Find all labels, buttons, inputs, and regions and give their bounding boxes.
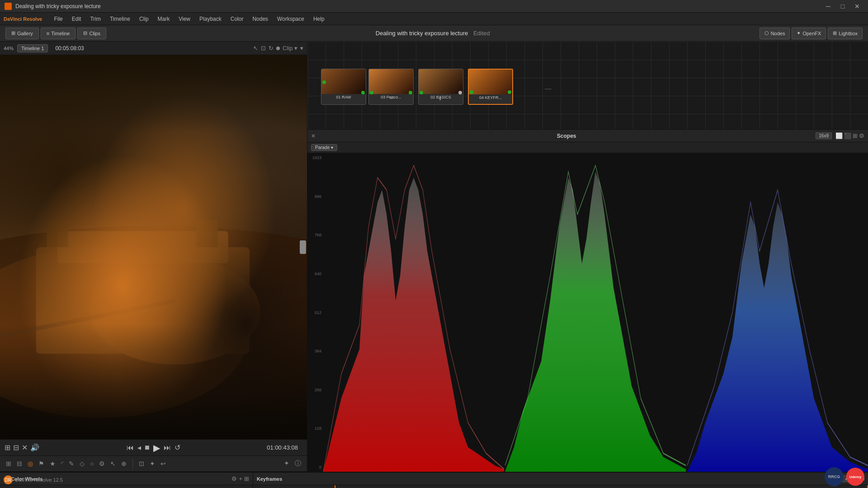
- timeline-name[interactable]: Timeline 1: [17, 44, 48, 52]
- maximize-button[interactable]: □: [836, 0, 849, 13]
- toolbar: ⊞ Gallery ≡ Timeline ⊟ Clips Dealing wit…: [0, 25, 868, 42]
- playback-mode-icon[interactable]: ⊞: [5, 443, 10, 452]
- preview-svg: [0, 55, 307, 439]
- ct-grid-icon[interactable]: ⊟: [15, 459, 24, 469]
- scope-canvas-area: [323, 153, 868, 472]
- viewer-tool-crop[interactable]: ⊡: [261, 45, 266, 52]
- scopes-sub-header: Parade ▾: [307, 142, 868, 153]
- scope-view-quad[interactable]: ⊞: [853, 132, 858, 139]
- viewer-tool-select[interactable]: ↖: [253, 45, 258, 52]
- scope-y-0: 0: [309, 465, 321, 469]
- ct-zoom-icon[interactable]: ⊕: [120, 459, 128, 469]
- ct-viewer-icon[interactable]: ⊞: [5, 459, 13, 469]
- clips-button[interactable]: ⊟ Clips: [77, 28, 106, 39]
- video-preview[interactable]: [0, 55, 307, 439]
- scopes-close-button[interactable]: ✕: [311, 133, 316, 139]
- kf-time-labels: 00:02:10:00 00:00:00:00 00:00:27:16 00:0…: [335, 485, 868, 488]
- kf-playhead: [335, 485, 335, 488]
- node-raw[interactable]: 01 RAW: [321, 69, 366, 105]
- scope-settings-icon[interactable]: ⚙: [859, 132, 864, 139]
- svg-rect-14: [0, 55, 307, 439]
- svg-rect-7: [47, 221, 68, 247]
- scope-y-labels: 1023 896 768 640 512 384 256 128 0: [307, 153, 323, 472]
- ct-info-icon[interactable]: ⓘ: [293, 458, 302, 469]
- node-basics[interactable]: 02 BASICS ▌: [418, 69, 463, 105]
- menu-playback[interactable]: Playback: [195, 14, 226, 24]
- ct-divider: [132, 459, 133, 468]
- menu-workspace[interactable]: Workspace: [273, 14, 309, 24]
- playback-audio-icon[interactable]: 🔊: [30, 443, 39, 452]
- skip-start-button[interactable]: ⏮: [127, 444, 134, 452]
- timeline-icon: ≡: [47, 31, 49, 36]
- playback-close-icon[interactable]: ✕: [22, 443, 28, 452]
- preview-handle[interactable]: [300, 240, 306, 254]
- ct-circle2-icon[interactable]: ○: [89, 459, 95, 469]
- svg-point-2: [0, 226, 307, 439]
- ct-circle-icon[interactable]: ◎: [26, 459, 34, 469]
- ct-pen-icon[interactable]: ✎: [67, 459, 75, 469]
- viewer-top-controls: 44% Timeline 1 00:05:08:03 ↖ ⊡ ↻ Clip ▾ …: [0, 42, 307, 55]
- ct-undo-icon[interactable]: ↩: [159, 459, 167, 469]
- scope-view-buttons: ⬜ ⬛ ⊞ ⚙: [835, 132, 864, 139]
- ct-fx-icon[interactable]: ✦: [148, 459, 156, 469]
- menu-nodes[interactable]: Nodes: [248, 14, 273, 24]
- menu-color[interactable]: Color: [226, 14, 248, 24]
- playback-left-tools: ⊞ ⊟ ✕ 🔊: [5, 443, 39, 452]
- menu-view[interactable]: View: [174, 14, 195, 24]
- nodes-button[interactable]: ⬡ Nodes: [760, 28, 790, 39]
- project-title-area: Dealing with tricky exposure lecture Edi…: [108, 30, 758, 37]
- window-controls: ─ □ ✕: [822, 0, 863, 13]
- cw-settings-icon[interactable]: ⚙: [231, 475, 237, 482]
- cw-add-icon[interactable]: +: [239, 475, 242, 482]
- scope-y-512: 512: [309, 310, 321, 315]
- openfx-button[interactable]: ✦ OpenFX: [792, 28, 826, 39]
- minimize-button[interactable]: ─: [822, 0, 835, 13]
- davinci-logo: DR: [4, 475, 13, 484]
- ct-star-icon[interactable]: ★: [48, 459, 57, 469]
- parade-mode-btn[interactable]: Parade ▾: [311, 144, 337, 151]
- play-button[interactable]: ▶: [153, 442, 160, 453]
- menu-file[interactable]: File: [49, 14, 67, 24]
- menu-trim[interactable]: Trim: [85, 14, 105, 24]
- scope-view-double[interactable]: ⬛: [844, 132, 851, 139]
- ct-pointer-icon[interactable]: ↖: [109, 459, 117, 469]
- main-area: 44% Timeline 1 00:05:08:03 ↖ ⊡ ↻ Clip ▾ …: [0, 42, 868, 472]
- ct-settings-icon[interactable]: ⚙: [98, 459, 106, 469]
- lightbox-icon: ⊞: [833, 30, 837, 36]
- stop-button[interactable]: ■: [145, 443, 150, 452]
- menu-timeline[interactable]: Timeline: [105, 14, 135, 24]
- node-keyframe[interactable]: 04 KEYFR...: [468, 69, 513, 105]
- menu-help[interactable]: Help: [309, 14, 329, 24]
- davinci-brand: DR DaVinci Resolve 12.5: [4, 475, 63, 484]
- app-icon: [5, 3, 12, 10]
- viewer-tool-settings[interactable]: ▾: [300, 45, 303, 52]
- viewer-tool-rotate[interactable]: ↻: [269, 45, 274, 52]
- loop-button[interactable]: ↺: [175, 443, 180, 452]
- kf-left-header: [253, 485, 335, 488]
- ct-wand-icon[interactable]: ✦: [283, 458, 291, 469]
- node-basics-dot-left: [420, 91, 423, 94]
- scope-aspect-btn[interactable]: 16x9: [816, 132, 832, 139]
- playback-grid-icon[interactable]: ⊟: [13, 443, 19, 452]
- close-button[interactable]: ✕: [851, 0, 863, 13]
- node-peaco-thumb: [369, 69, 413, 94]
- scope-view-single[interactable]: ⬜: [835, 132, 843, 139]
- keyframes-panel: Keyframes All ▾ 00:02:10:00 00:00:00:00 …: [253, 473, 868, 488]
- menu-clip[interactable]: Clip: [135, 14, 153, 24]
- node-basics-bar-icon: ▌: [439, 96, 442, 100]
- lightbox-button[interactable]: ⊞ Lightbox: [828, 28, 863, 39]
- step-back-button[interactable]: ◂: [137, 443, 141, 452]
- ct-shape-icon[interactable]: ◇: [78, 459, 86, 469]
- cw-expand-icon[interactable]: ⊞: [244, 475, 249, 482]
- menu-mark[interactable]: Mark: [153, 14, 175, 24]
- timeline-button[interactable]: ≡ Timeline: [41, 28, 76, 39]
- node-raw-label: 01 RAW: [336, 94, 351, 100]
- menu-edit[interactable]: Edit: [67, 14, 86, 24]
- ct-viewer-icon2[interactable]: ⊡: [137, 459, 146, 469]
- node-peaco[interactable]: 03 Peaco... ⊞: [368, 69, 414, 105]
- ct-curve-icon[interactable]: ◜: [60, 459, 65, 469]
- red-waveform: [323, 153, 504, 472]
- ct-flag-icon[interactable]: ⚑: [37, 459, 46, 469]
- gallery-button[interactable]: ⊞ Gallery: [5, 28, 39, 39]
- skip-end-button[interactable]: ⏭: [164, 444, 171, 452]
